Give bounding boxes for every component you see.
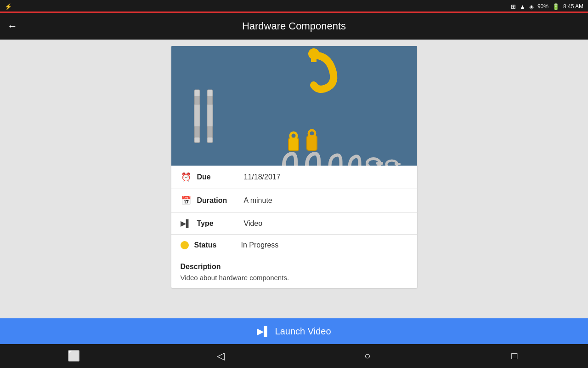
duration-row: 📅 Duration A minute	[171, 189, 417, 213]
status-bar: ⚡ ⊞ ▲ ◈ 90% 🔋 8:45 AM	[0, 0, 588, 13]
status-row: Status In Progress	[171, 235, 417, 256]
status-label: Status	[194, 241, 236, 249]
status-value: In Progress	[241, 241, 279, 249]
battery-icon: 🔋	[552, 3, 560, 10]
launch-video-icon: ▶▌	[257, 326, 270, 337]
svg-rect-21	[395, 163, 401, 165]
description-text: Video about hardware components.	[181, 274, 408, 282]
description-section: Description Video about hardware compone…	[171, 256, 417, 288]
svg-rect-6	[207, 90, 213, 97]
type-row: ▶▌ Type Video	[171, 213, 417, 235]
duration-label: Duration	[197, 196, 238, 205]
home-button[interactable]: ○	[356, 345, 379, 367]
svg-rect-2	[194, 90, 200, 97]
status-left: ⚡	[5, 3, 12, 10]
type-label: Type	[197, 219, 238, 228]
signal-icon: ▲	[520, 3, 526, 10]
back-button-nav[interactable]: ◁	[209, 345, 232, 367]
clock: 8:45 AM	[563, 3, 583, 10]
description-title: Description	[181, 263, 408, 271]
svg-rect-24	[307, 136, 317, 150]
page-title: Hardware Components	[242, 20, 346, 32]
back-button[interactable]: ←	[7, 20, 17, 32]
svg-rect-4	[194, 104, 200, 126]
battery-percentage: 90%	[537, 3, 548, 10]
recents-button[interactable]: ⬜	[62, 345, 85, 367]
svg-rect-8	[207, 104, 213, 126]
svg-rect-7	[207, 137, 213, 143]
wifi-icon: ◈	[529, 3, 534, 10]
due-value: 11/18/2017	[244, 173, 281, 181]
launch-video-button[interactable]: ▶▌ Launch Video	[0, 318, 588, 344]
video-icon: ▶▌	[181, 219, 192, 228]
svg-rect-19	[376, 162, 383, 165]
nav-bar: ← Hardware Components	[0, 13, 588, 40]
duration-value: A minute	[244, 196, 272, 205]
main-content: ⏰ Due 11/18/2017 📅 Duration A minute ▶▌ …	[0, 40, 588, 318]
svg-rect-3	[194, 137, 200, 143]
due-row: ⏰ Due 11/18/2017	[171, 166, 417, 189]
video-thumbnail[interactable]	[171, 46, 417, 166]
due-label: Due	[197, 173, 238, 181]
calendar-icon: 📅	[181, 196, 192, 206]
usb-icon: ⚡	[5, 3, 12, 10]
clock-icon: ⏰	[181, 172, 192, 182]
overview-button[interactable]: □	[503, 345, 526, 367]
status-indicator-icon	[181, 241, 189, 249]
status-right: ⊞ ▲ ◈ 90% 🔋 8:45 AM	[511, 3, 583, 10]
window-icon: ⊞	[511, 3, 516, 10]
bottom-nav: ⬜ ◁ ○ □	[0, 344, 588, 368]
type-value: Video	[244, 219, 263, 228]
launch-video-label: Launch Video	[275, 326, 331, 337]
content-card: ⏰ Due 11/18/2017 📅 Duration A minute ▶▌ …	[171, 46, 417, 288]
